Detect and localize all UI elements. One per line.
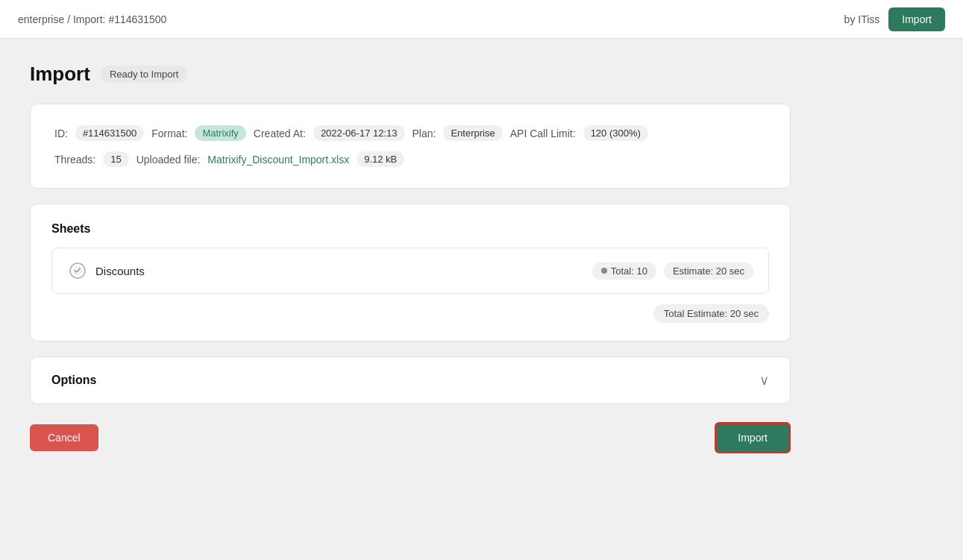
options-content[interactable]: Options ∨ (31, 357, 790, 403)
chevron-down-icon: ∨ (759, 372, 769, 388)
import-info-content: ID: #114631500 Format: Matrixify Created… (31, 104, 790, 188)
top-bar: enterprise / Import: #114631500 by ITiss… (0, 0, 963, 39)
threads-value: 15 (103, 151, 128, 167)
total-estimate: Total Estimate: 20 sec (653, 304, 769, 323)
sheet-left: Discounts (67, 260, 145, 281)
import-top-button[interactable]: Import (888, 7, 945, 31)
sheets-content: Sheets Discounts To (31, 204, 790, 341)
created-label: Created At: (254, 128, 306, 139)
id-value: #114631500 (75, 125, 144, 141)
page-title: Import (30, 63, 90, 86)
created-value: 2022-06-17 12:13 (313, 125, 405, 141)
options-title: Options (51, 374, 96, 387)
api-value: 120 (300%) (583, 125, 648, 141)
uploaded-label: Uploaded file: (137, 154, 201, 166)
sheets-card: Sheets Discounts To (30, 204, 791, 342)
total-estimate-row: Total Estimate: 20 sec (51, 304, 769, 323)
sheet-right: Total: 10 Estimate: 20 sec (592, 262, 753, 280)
threads-label: Threads: (54, 154, 95, 166)
import-info-card: ID: #114631500 Format: Matrixify Created… (30, 104, 791, 189)
api-label: API Call Limit: (510, 128, 576, 139)
discounts-icon (67, 260, 88, 281)
info-row-1: ID: #114631500 Format: Matrixify Created… (54, 125, 766, 141)
uploaded-filename[interactable]: Matrixify_Discount_Import.xlsx (207, 154, 349, 166)
page-header: Import Ready to Import (30, 63, 791, 86)
info-row-2: Threads: 15 Uploaded file: Matrixify_Dis… (54, 151, 766, 167)
import-button[interactable]: Import (715, 422, 791, 453)
main-content: Import Ready to Import ID: #114631500 Fo… (0, 39, 821, 477)
top-bar-right: by ITiss Import (844, 7, 945, 31)
footer-actions: Cancel Import (30, 422, 791, 453)
options-card[interactable]: Options ∨ (30, 356, 791, 404)
top-user: by ITiss (844, 13, 880, 25)
plan-value: Enterprise (443, 125, 502, 141)
breadcrumb: enterprise / Import: #114631500 (18, 13, 166, 25)
uploaded-size: 9.12 kB (357, 151, 404, 167)
total-dot (601, 268, 607, 274)
sheets-title: Sheets (51, 222, 769, 236)
id-label: ID: (54, 128, 68, 139)
format-label: Format: (151, 128, 187, 139)
sheet-row: Discounts Total: 10 Estimate: 20 sec (51, 248, 769, 294)
sheet-name: Discounts (95, 265, 145, 277)
cancel-button[interactable]: Cancel (30, 424, 98, 451)
plan-label: Plan: (413, 128, 436, 139)
status-badge: Ready to Import (101, 66, 188, 83)
sheet-estimate: Estimate: 20 sec (664, 262, 753, 280)
sheet-total: Total: 10 (592, 262, 656, 280)
format-value: Matrixify (195, 125, 245, 141)
